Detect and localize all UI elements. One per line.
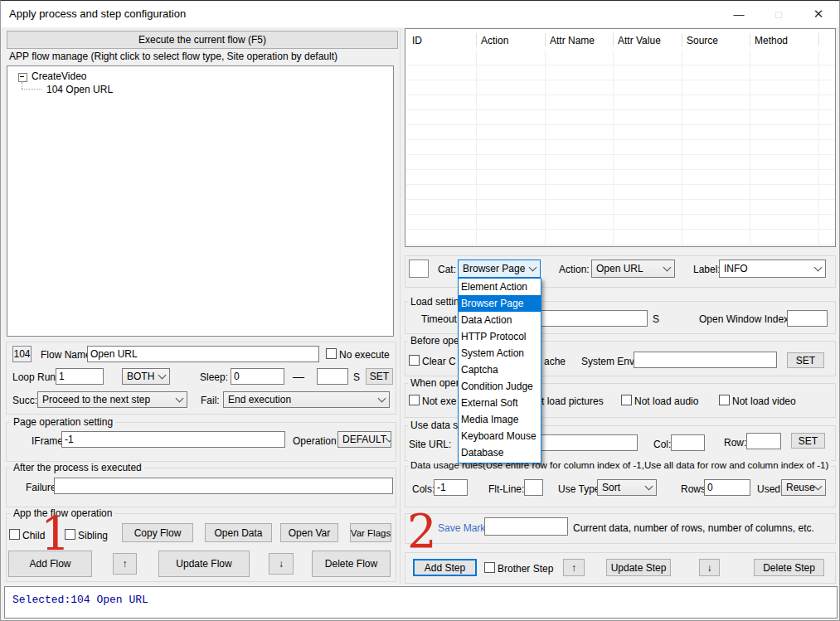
save-mark-input[interactable] xyxy=(484,517,568,536)
add-step-button[interactable]: Add Step xyxy=(413,559,477,576)
header-separator xyxy=(545,33,546,46)
save-mark-hint: Current data, number of rows, number of … xyxy=(573,522,814,534)
var-flags-button[interactable]: Var Flags xyxy=(350,523,391,542)
tree-collapse-icon[interactable] xyxy=(18,73,27,82)
open-window-index-label: Open Window Index: xyxy=(699,313,791,325)
update-step-button[interactable]: Update Step xyxy=(606,559,671,576)
column-divider xyxy=(400,29,401,585)
category-option[interactable]: External Soft xyxy=(459,395,541,411)
update-flow-label: Update Flow xyxy=(176,558,231,570)
close-button[interactable]: ✕ xyxy=(804,1,833,27)
timeout-label: Timeout: xyxy=(421,313,459,325)
arrow-up-icon: ↑ xyxy=(123,558,128,570)
column-header-action[interactable]: Action xyxy=(481,35,508,46)
clear-cookies-checkbox[interactable] xyxy=(409,355,420,366)
maximize-button[interactable]: □ xyxy=(764,1,794,27)
column-header-id[interactable]: ID xyxy=(412,35,422,46)
success-dropdown[interactable]: Proceed to the next step xyxy=(37,391,187,408)
fail-dropdown[interactable]: End execution xyxy=(223,391,390,408)
annotation-step-1: 1 xyxy=(41,511,70,557)
tree-node-step[interactable]: 104 Open URL xyxy=(46,84,113,95)
operation-dropdown[interactable]: DEFAULT xyxy=(337,431,391,448)
category-dropdown[interactable]: Browser Page xyxy=(458,260,541,278)
tree-node-root[interactable]: CreateVideo xyxy=(32,70,87,82)
category-option[interactable]: HTTP Protocol xyxy=(459,328,541,345)
fail-label: Fail: xyxy=(201,395,220,406)
no-execute-checkbox[interactable] xyxy=(326,348,337,359)
row-input[interactable] xyxy=(746,433,781,449)
action-value: Open URL xyxy=(596,263,643,274)
sleep-input[interactable] xyxy=(231,368,284,385)
copy-flow-button[interactable]: Copy Flow xyxy=(122,523,193,542)
column-header-source[interactable]: Source xyxy=(687,35,718,46)
column-header-method[interactable]: Method xyxy=(755,35,788,46)
child-checkbox[interactable] xyxy=(9,529,20,540)
category-option[interactable]: Database xyxy=(459,444,541,461)
open-window-index-input[interactable] xyxy=(787,310,828,327)
label-dropdown[interactable]: INFO xyxy=(719,260,826,278)
cache-label-fragment: ache xyxy=(544,356,566,367)
used-label: Used: xyxy=(757,483,783,495)
flow-tree[interactable]: CreateVideo 104 Open URL xyxy=(7,65,394,337)
category-dropdown-list[interactable]: Element Action Browser Page Data Action … xyxy=(458,278,541,463)
iframe-input[interactable] xyxy=(61,431,285,448)
delete-flow-button[interactable]: Delete Flow xyxy=(312,551,391,577)
system-env-input[interactable] xyxy=(634,352,777,368)
delete-step-button[interactable]: Delete Step xyxy=(754,559,824,576)
status-text: Selected:104 Open URL xyxy=(12,594,148,606)
not-execute-checkbox[interactable] xyxy=(409,395,420,405)
steps-table[interactable]: ID Action Attr Name Attr Value Source Me… xyxy=(405,28,836,247)
loop-run-input[interactable] xyxy=(56,368,104,385)
category-option[interactable]: Data Action xyxy=(459,312,541,328)
use-type-dropdown[interactable]: Sort xyxy=(597,479,657,496)
failure-input[interactable] xyxy=(54,478,393,494)
delete-step-label: Delete Step xyxy=(763,562,815,574)
both-dropdown[interactable]: BOTH xyxy=(122,368,170,385)
open-data-button[interactable]: Open Data xyxy=(205,523,272,542)
move-step-up-button[interactable]: ↑ xyxy=(563,559,585,576)
minimize-button[interactable]: — xyxy=(724,1,754,27)
flt-line-input[interactable] xyxy=(524,479,543,496)
header-separator xyxy=(682,33,682,46)
chevron-down-icon xyxy=(529,264,537,272)
category-option[interactable]: Element Action xyxy=(459,279,541,295)
sleep-unit-label: S xyxy=(353,371,360,383)
cols-input[interactable] xyxy=(434,479,468,496)
execute-flow-button[interactable]: Execute the current flow (F5) xyxy=(7,31,398,49)
category-option[interactable]: Browser Page xyxy=(459,295,541,312)
category-option[interactable]: Captcha xyxy=(459,361,541,378)
use-data-set-button[interactable]: SET xyxy=(791,433,825,449)
move-step-down-button[interactable]: ↓ xyxy=(699,559,720,576)
iframe-label: IFrame xyxy=(32,435,63,447)
update-flow-button[interactable]: Update Flow xyxy=(158,551,250,577)
col-input[interactable] xyxy=(671,434,705,451)
category-option[interactable]: Media Image xyxy=(459,411,541,428)
column-header-attr-name[interactable]: Attr Name xyxy=(550,35,595,46)
fail-value: End execution xyxy=(228,394,291,405)
not-load-video-checkbox[interactable] xyxy=(719,395,730,405)
step-id-box xyxy=(409,260,429,278)
arrow-up-icon: ↑ xyxy=(571,562,576,574)
system-env-set-button[interactable]: SET xyxy=(787,352,824,368)
open-data-label: Open Data xyxy=(214,527,262,539)
action-dropdown[interactable]: Open URL xyxy=(591,260,675,278)
not-load-audio-checkbox[interactable] xyxy=(621,395,632,405)
sleep-set-label: SET xyxy=(370,371,389,382)
sleep-to-input[interactable] xyxy=(317,368,348,385)
category-option[interactable]: Keyboard Mouse xyxy=(459,428,541,444)
not-load-audio-label: Not load audio xyxy=(634,395,698,407)
sleep-set-button[interactable]: SET xyxy=(366,368,393,385)
brother-step-checkbox[interactable] xyxy=(484,562,495,573)
column-header-attr-value[interactable]: Attr Value xyxy=(618,35,661,46)
open-var-button[interactable]: Open Var xyxy=(280,523,338,542)
rows-input[interactable] xyxy=(704,479,750,496)
app-window: Apply process and step configuration — □… xyxy=(0,0,840,621)
category-option[interactable]: Condition Judge xyxy=(459,378,541,395)
category-option[interactable]: System Action xyxy=(459,345,541,361)
cols-label: Cols: xyxy=(412,483,435,495)
table-grid-line xyxy=(476,51,477,245)
used-dropdown[interactable]: Reuse xyxy=(781,479,826,496)
move-flow-up-button[interactable]: ↑ xyxy=(113,553,137,575)
flow-name-input[interactable] xyxy=(87,346,319,362)
move-flow-down-button[interactable]: ↓ xyxy=(269,553,294,575)
